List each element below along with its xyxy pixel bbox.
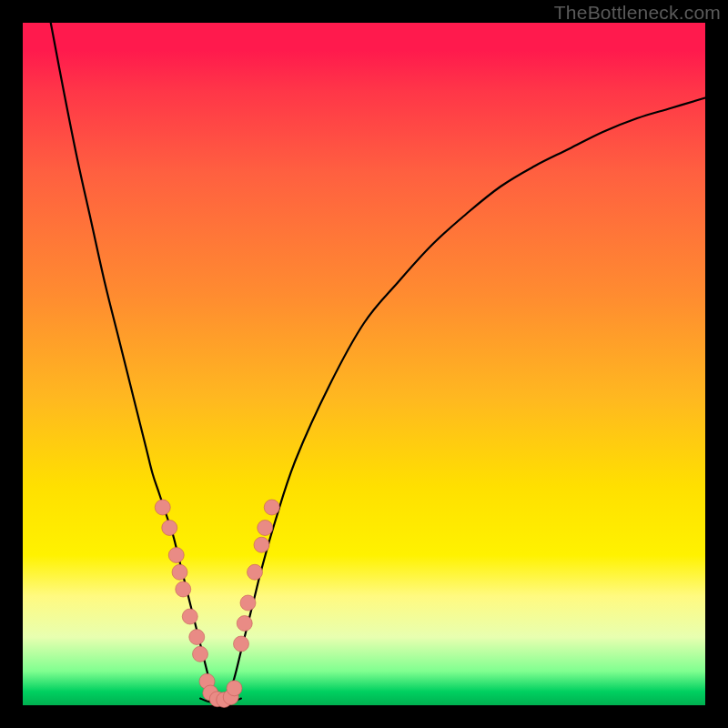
data-point-marker — [193, 646, 208, 662]
data-point-marker — [162, 521, 177, 536]
chart-frame: TheBottleneck.com — [0, 0, 728, 728]
data-point-marker — [264, 500, 279, 515]
data-point-marker — [176, 581, 191, 597]
watermark-text: TheBottleneck.com — [554, 2, 721, 24]
data-point-marker — [237, 616, 252, 632]
data-point-marker — [227, 681, 242, 696]
data-point-marker — [248, 564, 263, 580]
data-point-marker — [240, 595, 256, 611]
data-point-marker — [234, 636, 249, 652]
data-point-marker — [189, 630, 205, 645]
data-point-marker — [168, 548, 184, 563]
data-point-marker — [254, 537, 269, 552]
data-point-marker — [182, 609, 197, 624]
series-right-curve — [228, 98, 705, 699]
curve-layer — [51, 23, 705, 703]
data-point-marker — [258, 521, 273, 536]
data-point-marker — [155, 500, 170, 515]
data-point-marker — [172, 564, 187, 580]
plot-area — [23, 23, 705, 705]
series-left-curve — [51, 23, 214, 699]
chart-svg — [23, 23, 705, 705]
marker-layer — [155, 500, 279, 708]
